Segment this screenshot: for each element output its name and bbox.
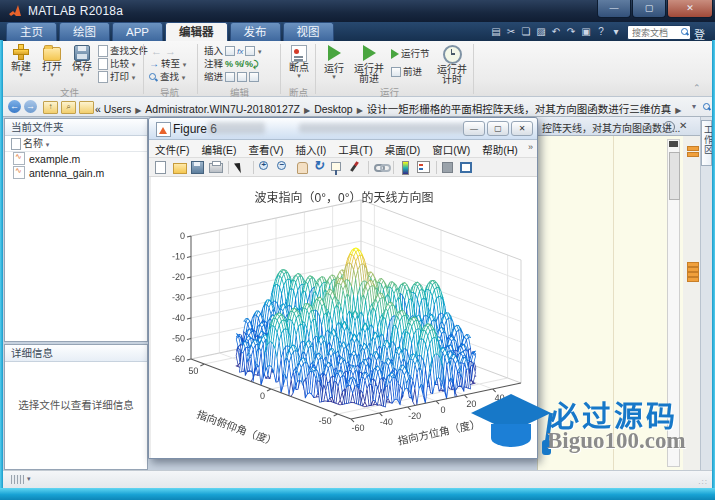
help-icon[interactable]: ? (594, 25, 608, 39)
breadcrumb-item[interactable]: Desktop (314, 103, 353, 115)
nav-back-forward[interactable]: ←→ (151, 45, 179, 57)
comment-button[interactable]: 注释%%̸%⤸ (204, 58, 258, 70)
advance-button[interactable]: 前进 (391, 66, 422, 78)
open-button[interactable]: 打开▾ (37, 43, 67, 89)
print-icon[interactable] (207, 160, 224, 175)
close-button[interactable]: ✕ (667, 0, 713, 18)
zoom-out-icon[interactable] (275, 160, 292, 175)
run-advance-button[interactable]: 运行并前进 (350, 43, 388, 89)
tab-发布[interactable]: 发布 (230, 22, 281, 41)
brush-icon[interactable] (347, 160, 364, 175)
name-column-header[interactable]: 名称 ▾ (5, 136, 147, 152)
warning-marker[interactable] (687, 146, 699, 151)
doc-search-input[interactable] (630, 26, 680, 40)
up-folder-icon[interactable]: ↑ (43, 101, 58, 114)
link-plot-icon[interactable] (372, 160, 389, 175)
figure-menu-文件(F)[interactable]: 文件(F) (149, 140, 195, 159)
show-plot-tools-icon[interactable] (458, 160, 475, 175)
resize-grip[interactable]: .:: (698, 477, 708, 486)
insert-colorbar-icon[interactable] (397, 160, 414, 175)
breadcrumb-item[interactable]: Users (104, 103, 131, 115)
breadcrumb-item[interactable]: 设计一矩形栅格的平面相控阵天线，对其方向图函数进行三维仿真 (367, 103, 672, 115)
breadcrumb-item[interactable]: Administrator.WIN7U-20180127Z (145, 103, 300, 115)
edit-cursor-icon[interactable] (232, 160, 249, 175)
nav-back-icon[interactable]: ← (8, 100, 21, 113)
layout-caret-icon[interactable]: ▾ (27, 475, 31, 483)
browse-folder-icon[interactable]: ⌕ (61, 101, 76, 114)
indent-button[interactable]: 缩进 (204, 71, 259, 83)
scrollbar-thumb[interactable] (669, 152, 680, 200)
tab-视图[interactable]: 视图 (283, 22, 334, 41)
save-figure-icon[interactable] (189, 160, 206, 175)
figure-minimize-button[interactable]: — (463, 121, 485, 136)
figure-menu-查看(V)[interactable]: 查看(V) (242, 140, 289, 159)
details-title[interactable]: 详细信息 (5, 345, 147, 362)
figure-menu-帮助(H)[interactable]: 帮助(H) (476, 140, 524, 159)
document-list-icon[interactable]: ▾ (663, 121, 675, 133)
file-row[interactable]: antenna_gain.m (5, 166, 147, 180)
current-folder-title[interactable]: 当前文件夹 (5, 119, 147, 136)
tab-主页[interactable]: 主页 (6, 22, 57, 41)
rotate-3d-icon[interactable] (311, 160, 328, 175)
editor-scrollbar[interactable] (667, 139, 680, 467)
figure-menu-工具(T)[interactable]: 工具(T) (332, 140, 378, 159)
search-icon[interactable] (681, 28, 688, 35)
menu-overflow-icon[interactable]: » (528, 142, 533, 152)
file-row[interactable]: example.m (5, 152, 147, 166)
tab-编辑器[interactable]: 编辑器 (165, 22, 228, 41)
switch-window-icon[interactable]: ▣ (579, 25, 593, 39)
editor-pane[interactable] (537, 136, 700, 470)
address-dropdown-icon[interactable]: ▾ (692, 102, 696, 111)
insert-legend-icon[interactable] (415, 160, 432, 175)
save-button[interactable]: 保存▾ (67, 43, 97, 89)
run-section-button[interactable]: 运行节 (391, 48, 430, 60)
figure-menu-桌面(D)[interactable]: 桌面(D) (379, 140, 427, 159)
nav-forward-icon[interactable]: → (24, 100, 37, 113)
save-icon[interactable]: ▤ (489, 25, 503, 39)
figure-menu-插入(I)[interactable]: 插入(I) (289, 140, 332, 159)
dropdown-arrow-icon[interactable]: ▾ (609, 25, 623, 39)
indent-left-icon (237, 72, 247, 82)
maximize-button[interactable]: ▢ (632, 0, 666, 18)
new-figure-icon[interactable] (153, 160, 170, 175)
document-close-icon[interactable]: ✕ (679, 120, 687, 131)
find-button[interactable]: 查找 ▾ (149, 71, 185, 83)
editor-document-tab[interactable]: 控阵天线，对其方向图函数进... (542, 120, 680, 135)
figure-menu-编辑(E)[interactable]: 编辑(E) (195, 140, 242, 159)
warning-marker[interactable] (687, 152, 699, 157)
figure-menu-窗口(W)[interactable]: 窗口(W) (426, 140, 476, 159)
address-bar: ← → ↑ ⌕ « Users▶Administrator.WIN7U-2018… (3, 97, 712, 117)
run-time-button[interactable]: 运行并计时 (435, 43, 469, 89)
breakpoints-button[interactable]: 断点▾ (284, 43, 314, 89)
goto-button[interactable]: →转至 ▾ (149, 58, 186, 70)
compare-button[interactable]: 比较 ▾ (98, 58, 135, 70)
redo-icon[interactable]: ↷ (564, 25, 578, 39)
figure-restore-button[interactable]: ▢ (487, 121, 509, 136)
figure-window[interactable]: Figure 6 — ▢ ✕ » 文件(F)编辑(E)查看(V)插入(I)工具(… (148, 117, 538, 459)
open-file-icon[interactable] (171, 160, 188, 175)
ribbon-collapse-icon[interactable]: ⌃ (693, 83, 701, 93)
tab-绘图[interactable]: 绘图 (59, 22, 110, 41)
zoom-in-icon[interactable] (257, 160, 274, 175)
workspace-tab[interactable]: 工作区 (701, 120, 712, 166)
layout-grid-icon[interactable] (11, 475, 24, 484)
run-button[interactable]: 运行▾ (319, 43, 349, 89)
copy-icon[interactable]: ❏ (519, 25, 533, 39)
minimize-button[interactable]: — (597, 0, 631, 18)
cut-icon[interactable]: ✂ (504, 25, 518, 39)
figure-close-button[interactable]: ✕ (511, 121, 533, 136)
warning-marker[interactable] (687, 277, 699, 282)
undo-icon[interactable]: ↶ (549, 25, 563, 39)
data-cursor-icon[interactable] (329, 160, 346, 175)
figure-titlebar[interactable]: Figure 6 — ▢ ✕ (149, 118, 537, 140)
insert-button[interactable]: 插入fx ▾ (204, 45, 261, 57)
hide-plot-tools-icon[interactable] (440, 160, 457, 175)
paste-icon[interactable]: ▨ (534, 25, 548, 39)
new-script-button[interactable]: 新建▾ (6, 43, 36, 89)
find-files-button[interactable]: 查找文件 (98, 45, 148, 57)
tab-APP[interactable]: APP (112, 22, 163, 41)
doc-search-box[interactable] (627, 25, 691, 40)
print-button[interactable]: 打印 ▾ (98, 71, 135, 83)
address-search-icon[interactable] (703, 103, 710, 110)
pan-icon[interactable] (293, 160, 310, 175)
